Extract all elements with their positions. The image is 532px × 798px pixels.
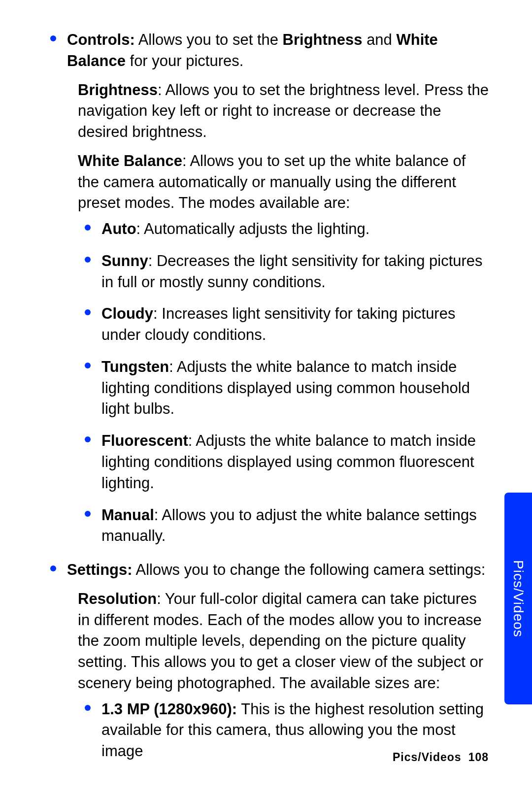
bullet-icon bbox=[85, 705, 91, 711]
bullet-icon bbox=[50, 35, 56, 41]
bullet-icon bbox=[85, 363, 91, 368]
bullet-icon bbox=[85, 225, 91, 231]
mode-manual: Manual: Allows you to adjust the white b… bbox=[78, 505, 489, 547]
mode-sunny: Sunny: Decreases the light sensitivity f… bbox=[78, 251, 489, 293]
page-footer: Pics/Videos108 bbox=[393, 750, 489, 765]
section-tab-label: Pics/Videos bbox=[509, 560, 528, 637]
controls-tail: for your pictures. bbox=[126, 52, 243, 69]
page-content: Controls: Allows you to set the Brightne… bbox=[43, 30, 489, 762]
brightness-label: Brightness bbox=[78, 81, 158, 99]
mode-desc: : Automatically adjusts the lighting. bbox=[136, 220, 370, 237]
mode-fluorescent: Fluorescent: Adjusts the white balance t… bbox=[78, 431, 489, 494]
mode-tungsten: Tungsten: Adjusts the white balance to m… bbox=[78, 357, 489, 420]
settings-label: Settings: bbox=[67, 561, 133, 578]
controls-and: and bbox=[363, 31, 397, 48]
mode-name: Sunny bbox=[101, 252, 148, 269]
brightness-para: Brightness: Allows you to set the bright… bbox=[78, 80, 489, 143]
mode-name: Tungsten bbox=[101, 358, 169, 375]
settings-text: Allows you to change the following camer… bbox=[133, 561, 486, 578]
mode-desc: : Allows you to adjust the white balance… bbox=[101, 506, 477, 545]
bullet-icon bbox=[85, 436, 91, 442]
mode-cloudy: Cloudy: Increases light sensitivity for … bbox=[78, 303, 489, 346]
bullet-icon bbox=[85, 309, 91, 315]
footer-page-number: 108 bbox=[468, 751, 489, 764]
mode-desc: : Increases light sensitivity for taking… bbox=[101, 305, 455, 343]
controls-label: Controls: bbox=[67, 31, 135, 48]
bullet-icon bbox=[85, 511, 91, 517]
bullet-controls: Controls: Allows you to set the Brightne… bbox=[43, 30, 489, 72]
controls-brightness-word: Brightness bbox=[283, 31, 363, 48]
resolution-para: Resolution: Your full-color digital came… bbox=[78, 589, 489, 694]
bullet-settings: Settings: Allows you to change the follo… bbox=[43, 560, 489, 581]
mode-name: Fluorescent bbox=[101, 432, 188, 449]
bullet-icon bbox=[85, 257, 91, 263]
size-name: 1.3 MP (1280x960): bbox=[101, 700, 237, 718]
bullet-icon bbox=[50, 565, 56, 571]
footer-section: Pics/Videos bbox=[393, 751, 462, 764]
controls-text-1: Allows you to set the bbox=[135, 31, 283, 48]
white-balance-para: White Balance: Allows you to set up the … bbox=[78, 151, 489, 214]
mode-name: Manual bbox=[101, 506, 154, 524]
section-tab: Pics/Videos bbox=[504, 493, 532, 704]
mode-name: Auto bbox=[101, 220, 136, 237]
wb-label: White Balance bbox=[78, 152, 182, 169]
mode-auto: Auto: Automatically adjusts the lighting… bbox=[78, 219, 489, 240]
mode-name: Cloudy bbox=[101, 305, 153, 322]
res-label: Resolution bbox=[78, 590, 157, 607]
text-block: Controls: Allows you to set the Brightne… bbox=[67, 31, 438, 69]
mode-desc: : Decreases the light sensitivity for ta… bbox=[101, 252, 483, 291]
